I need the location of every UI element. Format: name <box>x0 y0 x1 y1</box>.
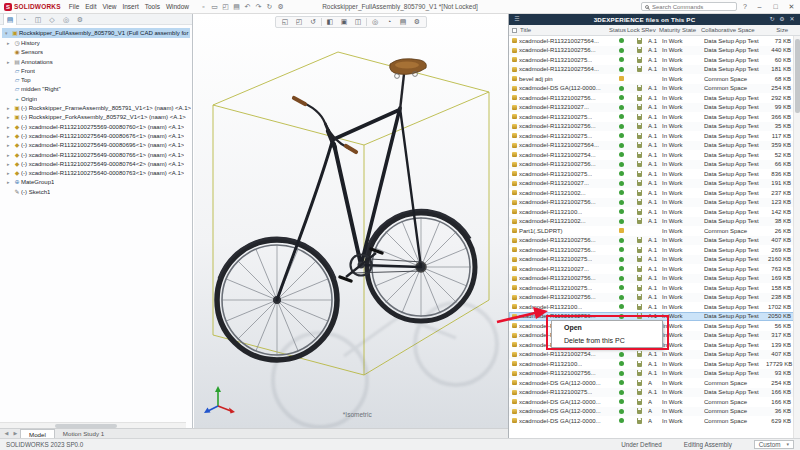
file-row[interactable]: xcadmodel-R11321002756...A.1In WorkData … <box>509 293 794 303</box>
restore-button[interactable]: □ <box>769 0 782 13</box>
tree-item[interactable]: ▸◆(-) xcadmodel-R1132100275649-00080696<… <box>0 141 192 150</box>
graphics-viewport[interactable]: ◱◰↺◧▣◫◎◔▤⚙ <box>194 14 508 428</box>
panel-close-icon[interactable]: ✕ <box>787 14 797 25</box>
tree-item[interactable]: ▸◆(-) xcadmodel-R1132100275649-00080766<… <box>0 151 192 160</box>
file-row[interactable]: xcadmodel-R11321002756...A.1In WorkData … <box>509 46 794 56</box>
file-row[interactable]: xcadmodel-R1132100275...A.1In WorkData S… <box>509 169 794 179</box>
column-header-lock-st-[interactable]: Lock St... <box>627 27 645 33</box>
file-row[interactable]: xcadmodel-R1132100...A.1In WorkData Setu… <box>509 207 794 217</box>
redo-icon[interactable]: ↷ <box>253 3 264 11</box>
file-row[interactable]: xcadmodel-R11321002754...A.1In WorkData … <box>509 150 794 160</box>
zoom-area-icon[interactable]: ◰ <box>292 16 306 28</box>
file-row[interactable]: xcadmodel-R11321002754...A.1In WorkData … <box>509 350 794 360</box>
file-row[interactable]: xcadmodel-R113210027...A.1In WorkData Se… <box>509 264 794 274</box>
custom-dropdown[interactable]: Custom ▾ <box>754 440 794 449</box>
save-icon[interactable]: ◰ <box>220 3 231 11</box>
menu-view[interactable]: View <box>99 3 119 10</box>
search-input[interactable] <box>652 4 724 10</box>
file-row[interactable]: xcadmodel-R113210027564...A.1In WorkData… <box>509 65 794 75</box>
file-row[interactable]: xcadmodel-DS GA(112-0000...AIn WorkCommo… <box>509 416 794 426</box>
configurationmanager-tab-icon[interactable]: ◫ <box>31 14 45 25</box>
view-orientation-icon[interactable]: ▣ <box>337 16 351 28</box>
panel-settings-icon[interactable]: ⚙ <box>777 14 787 25</box>
featuremanager-tab-icon[interactable]: ▤ <box>3 14 17 25</box>
file-row[interactable]: xcadmodel-R11321002756...A.1In WorkData … <box>509 245 794 255</box>
zoom-fit-icon[interactable]: ◱ <box>278 16 292 28</box>
tree-item[interactable]: ▸◆(-) xcadmodel-R1132100275569-00080760<… <box>0 123 192 132</box>
file-row[interactable]: xcadmodel-R113210027...A.1In WorkData Se… <box>509 103 794 113</box>
file-row[interactable]: xcadmodel-R113210027564...A.1In WorkData… <box>509 36 794 46</box>
menu-tools[interactable]: Tools <box>142 3 163 10</box>
file-row[interactable]: xcadmodel-DS GA(112-0000...AIn WorkCommo… <box>509 397 794 407</box>
print-icon[interactable]: ▤ <box>231 3 242 11</box>
help-button[interactable]: ? <box>740 3 750 10</box>
file-row[interactable]: xcadmodel-R11321002756...A.1In WorkData … <box>509 274 794 284</box>
file-row[interactable]: xcadmodel-R11321002756...A.1In WorkData … <box>509 160 794 170</box>
tree-item[interactable]: ▱Front <box>0 67 192 76</box>
file-row[interactable]: Part1(.SLDPRT)In WorkCommon Space26 KB <box>509 226 794 236</box>
display-style-icon[interactable]: ◫ <box>351 16 365 28</box>
dimxpert-tab-icon[interactable]: ◇ <box>45 14 59 25</box>
file-row[interactable]: xcadmodel-R1132100275...A.1In WorkData S… <box>509 283 794 293</box>
menu-window[interactable]: Window <box>163 3 192 10</box>
tree-item[interactable]: ▸▤Annotations <box>0 58 192 67</box>
tree-item[interactable]: ▸◆(-) xcadmodel-R1132100275640-00080763<… <box>0 169 192 178</box>
tab-scroll-left-icon[interactable]: ◀ <box>2 429 11 438</box>
file-row[interactable]: xcadmodel-DS GA(112-0000...AIn WorkCommo… <box>509 407 794 417</box>
undo-icon[interactable]: ↶ <box>242 3 253 11</box>
file-row[interactable]: xcadmodel-R1132100275...A.1In WorkData S… <box>509 388 794 398</box>
tree-item[interactable]: ▸⊕MateGroup1 <box>0 178 192 187</box>
command-search[interactable] <box>641 2 737 11</box>
options-icon[interactable]: ⚙ <box>275 3 286 11</box>
cam-tab-icon[interactable]: ⚙ <box>73 14 87 25</box>
file-row[interactable]: xcadmodel-R11321002756...A.1In WorkData … <box>509 236 794 246</box>
displaymanager-tab-icon[interactable]: ◎ <box>59 14 73 25</box>
tab-model[interactable]: Model <box>20 429 55 438</box>
open-document-icon[interactable]: ▭ <box>209 3 220 11</box>
tree-item[interactable]: ▸▣(-) Rockskipper_ForkAssembly_805792_V1… <box>0 113 192 122</box>
section-view-icon[interactable]: ◧ <box>323 16 337 28</box>
minimize-button[interactable]: – <box>753 0 766 13</box>
tree-item[interactable]: ✎(-) Sketch1 <box>0 188 192 197</box>
tree-item[interactable]: ◉Sensors <box>0 48 192 57</box>
file-row[interactable]: xcadmodel-R1132100275...A.1In WorkData S… <box>509 112 794 122</box>
file-row[interactable]: xcadmodel-R11321002756...A.1In WorkData … <box>509 93 794 103</box>
edit-appearance-icon[interactable]: ◔ <box>382 16 396 28</box>
context-menu-delete[interactable]: Delete from this PC <box>552 334 662 347</box>
tree-item[interactable]: ▸◆(-) xcadmodel-R1132100275649-00080676<… <box>0 132 192 141</box>
tab-scroll-right-icon[interactable]: ▶ <box>11 429 20 438</box>
menu-edit[interactable]: Edit <box>82 3 99 10</box>
file-row[interactable]: xcadmodel-R11321002756...A.1In WorkData … <box>509 198 794 208</box>
file-row[interactable]: xcadmodel-R11321002756...A.1In WorkData … <box>509 122 794 132</box>
hide-show-items-icon[interactable]: ◎ <box>368 16 382 28</box>
file-row[interactable]: xcadmodel-R11321002...A.1In WorkData Set… <box>509 188 794 198</box>
rebuild-icon[interactable]: ↻ <box>264 3 275 11</box>
apply-scene-icon[interactable]: ▤ <box>396 16 410 28</box>
close-button[interactable]: ✕ <box>785 0 798 13</box>
select-all-checkbox[interactable] <box>512 28 517 33</box>
previous-view-icon[interactable]: ↺ <box>306 16 320 28</box>
assembly-root-item[interactable]: ▾ ▣ Rockskipper_FullAssembly_805790_V1 (… <box>2 28 190 38</box>
tree-item[interactable]: ▸◷History <box>0 39 192 48</box>
column-header-rev[interactable]: Rev <box>645 27 659 33</box>
bicycle-model[interactable] <box>194 14 508 428</box>
tree-item[interactable]: ▸▣(-) Rockskipper_FrameAssembly_805791_V… <box>0 104 192 113</box>
file-row[interactable]: xcadmodel-R113210027564...A.1In WorkData… <box>509 141 794 151</box>
propertymanager-tab-icon[interactable]: ◔ <box>17 14 31 25</box>
column-header-size[interactable]: Size <box>763 27 790 33</box>
file-row[interactable]: xcadmodel-DS GA(112-0000...AIn WorkCommo… <box>509 378 794 388</box>
tab-motion-study[interactable]: Motion Study 1 <box>55 429 112 438</box>
files-vertical-scrollbar[interactable] <box>793 36 800 438</box>
new-document-icon[interactable]: ▫ <box>198 3 209 11</box>
tree-item[interactable]: ▸◆(-) xcadmodel-R1132100275649-00080764<… <box>0 160 192 169</box>
file-row[interactable]: xcadmodel-R1132100...A.1In WorkData Setu… <box>509 359 794 369</box>
view-settings-icon[interactable]: ⚙ <box>410 16 424 28</box>
context-menu-open[interactable]: Open <box>552 321 662 334</box>
file-row[interactable]: bevel adj pinIn WorkCommon Space68 KB <box>509 74 794 84</box>
column-header-title[interactable]: Title <box>520 27 609 33</box>
file-row[interactable]: xcadmodel-R1132100275...A.1In WorkData S… <box>509 131 794 141</box>
file-row[interactable]: xcadmodel-R11321002...A.1In WorkData Set… <box>509 217 794 227</box>
tree-item[interactable]: ▱midden "Right" <box>0 85 192 94</box>
file-row[interactable]: xcadmodel-DS GA(112-0000...A.1In WorkCom… <box>509 84 794 94</box>
panel-menu-icon[interactable]: ☰ <box>512 14 522 25</box>
